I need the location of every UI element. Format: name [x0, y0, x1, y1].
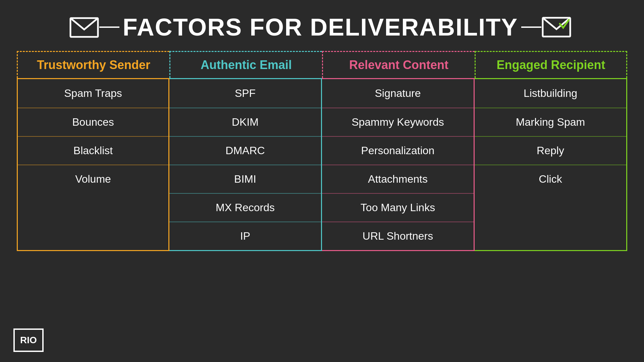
header-engaged: Engaged Recipient: [475, 51, 627, 78]
logo-box: RIO: [13, 328, 44, 352]
col-relevant: Signature Spammy Keywords Personalizatio…: [322, 78, 475, 251]
cell-attachments: Attachments: [322, 165, 474, 193]
cell-listbuilding: Listbuilding: [475, 79, 626, 108]
cell-volume: Volume: [18, 165, 168, 193]
col-authentic: SPF DKIM DMARC BIMI MX Records IP: [169, 78, 322, 251]
cell-bimi: BIMI: [169, 165, 321, 193]
header-authentic: Authentic Email: [169, 51, 322, 78]
cell-dmarc: DMARC: [169, 136, 321, 165]
cell-click: Click: [475, 165, 626, 193]
header-trustworthy: Trustworthy Sender: [17, 51, 169, 78]
col-trustworthy: Spam Traps Bounces Blacklist Volume: [17, 78, 169, 251]
cell-marking-spam: Marking Spam: [475, 108, 626, 136]
page-title: FACTORS FOR DELIVERABILITY: [119, 13, 522, 41]
column-headers: Trustworthy Sender Authentic Email Relev…: [17, 51, 627, 78]
cell-spam-traps: Spam Traps: [18, 79, 168, 108]
header-relevant: Relevant Content: [322, 51, 475, 78]
cell-personalization: Personalization: [322, 136, 474, 165]
cell-blacklist: Blacklist: [18, 136, 168, 165]
cell-dkim: DKIM: [169, 108, 321, 136]
rio-logo: RIO: [13, 328, 44, 352]
cell-ip: IP: [169, 222, 321, 250]
page-header: FACTORS FOR DELIVERABILITY: [0, 0, 644, 48]
cell-mx-records: MX Records: [169, 193, 321, 222]
col-engaged: Listbuilding Marking Spam Reply Click: [475, 78, 627, 251]
envelope-right-icon: [541, 14, 575, 41]
cell-url-shortners: URL Shortners: [322, 222, 474, 250]
logo-text: RIO: [20, 335, 37, 346]
cell-spammy-keywords: Spammy Keywords: [322, 108, 474, 136]
envelope-left-icon: [69, 15, 99, 39]
header-line-right: [521, 26, 541, 28]
main-table: Trustworthy Sender Authentic Email Relev…: [17, 51, 627, 251]
cell-reply: Reply: [475, 136, 626, 165]
cell-signature: Signature: [322, 79, 474, 108]
cell-too-many-links: Too Many Links: [322, 193, 474, 222]
header-line-left: [99, 26, 119, 28]
data-rows: Spam Traps Bounces Blacklist Volume SPF …: [17, 78, 627, 251]
cell-bounces: Bounces: [18, 108, 168, 136]
cell-spf: SPF: [169, 79, 321, 108]
